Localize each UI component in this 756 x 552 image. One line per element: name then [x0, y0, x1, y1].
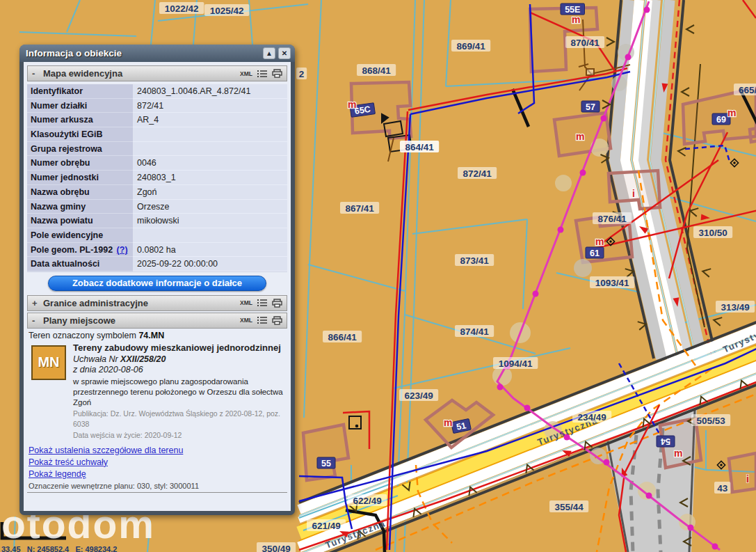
- plan-info: Tereny zabudowy mieszkaniowej jednorodzi…: [73, 342, 287, 441]
- svg-text:1022/42: 1022/42: [165, 3, 199, 14]
- print-icon[interactable]: [272, 299, 282, 308]
- address-badge: 55: [317, 457, 335, 468]
- parcel-label: 866/41: [323, 331, 362, 342]
- attribute-value: [133, 127, 287, 142]
- attribute-label: Numer jednostki: [27, 171, 133, 185]
- svg-text:69: 69: [716, 115, 726, 125]
- section-granice-administracyjne[interactable]: + Granice administracyjne XML: [27, 295, 287, 311]
- minimize-icon[interactable]: ▲: [263, 47, 275, 59]
- parcel-label: 623/49: [399, 389, 438, 401]
- m-marker: m: [576, 131, 584, 142]
- address-badge: 55E: [561, 3, 585, 15]
- list-view-icon[interactable]: [257, 316, 267, 324]
- zone-title: Tereny zabudowy mieszkaniowej jednorodzi…: [73, 342, 287, 353]
- list-view-icon[interactable]: [257, 299, 267, 307]
- plan-internal-note: Oznaczenie wewnętrzne planu: 030, styl: …: [29, 482, 287, 490]
- parcel-label: 874/41: [455, 325, 494, 337]
- attribute-row: Nazwa obrębuZgoń: [27, 185, 287, 200]
- address-badge: 61: [586, 247, 604, 258]
- parcel-label: 1093/41: [590, 276, 634, 288]
- parcel-label: 313/49: [716, 301, 755, 313]
- plan-link[interactable]: Pokaż ustalenia szczegółowe dla terenu: [29, 445, 287, 457]
- parcel-label: 43: [714, 482, 730, 494]
- more-info-button[interactable]: Zobacz dodatkowe informacje o działce: [48, 276, 266, 291]
- xml-export-button[interactable]: XML: [240, 70, 252, 77]
- print-icon[interactable]: [272, 316, 282, 325]
- plan-effective-date: Data wejścia w życie: 2020-09-12: [73, 430, 287, 441]
- attribute-row: Numer działki872/41: [27, 99, 287, 113]
- attribute-label: Data aktualności: [27, 257, 133, 271]
- attribute-label: Numer arkusza: [27, 113, 133, 127]
- object-info-panel: Informacja o obiekcie ▲ ✕ - Mapa ewidenc…: [19, 45, 295, 515]
- collapse-icon[interactable]: -: [32, 315, 43, 326]
- attribute-value: 0.0802 ha: [133, 243, 287, 258]
- attribute-row: Grupa rejestrowa: [27, 142, 287, 157]
- parcel-label: 350/49: [257, 542, 296, 552]
- svg-text:622/49: 622/49: [353, 496, 381, 506]
- svg-text:350/49: 350/49: [262, 544, 290, 552]
- parcel-label: 622/49: [348, 494, 387, 506]
- attribute-value: [133, 228, 287, 243]
- plan-links: Pokaż ustalenia szczegółowe dla terenuPo…: [29, 445, 287, 480]
- collapse-icon[interactable]: -: [32, 68, 43, 79]
- attribute-value: 0046: [133, 156, 287, 171]
- svg-text:313/49: 313/49: [721, 302, 749, 313]
- svg-text:234/49: 234/49: [577, 412, 606, 423]
- panel-titlebar[interactable]: Informacja o obiekcie ▲ ✕: [19, 45, 295, 62]
- attribute-value: 240803_1.0046.AR_4.872/41: [133, 84, 287, 99]
- attribute-row: Pole ewidencyjne: [27, 228, 287, 243]
- plan-link[interactable]: Pokaż treść uchwały: [29, 457, 287, 468]
- section-mapa-ewidencyjna[interactable]: - Mapa ewidencyjna XML: [27, 65, 287, 81]
- attribute-value: [133, 142, 287, 157]
- section-plany-miejscowe[interactable]: - Plany miejscowe XML: [27, 313, 287, 329]
- divider: [27, 492, 287, 493]
- close-icon[interactable]: ✕: [278, 47, 291, 59]
- parcel-label: 867/41: [340, 202, 379, 214]
- expand-icon[interactable]: +: [32, 298, 43, 308]
- plan-link[interactable]: Pokaż legendę: [29, 468, 287, 480]
- svg-text:1093/41: 1093/41: [595, 278, 629, 288]
- attribute-row: Numer jednostki240803_1: [27, 171, 287, 185]
- m-marker: m: [444, 417, 452, 428]
- attribute-label: Numer obrębu: [27, 156, 133, 171]
- svg-text:623/49: 623/49: [404, 391, 433, 401]
- svg-text:621/49: 621/49: [312, 521, 340, 531]
- m-marker: m: [595, 236, 604, 247]
- svg-text:876/41: 876/41: [597, 214, 627, 224]
- svg-text:61: 61: [590, 249, 600, 258]
- i-marker: i: [632, 188, 635, 199]
- plan-intro: Teren oznaczony symbolem 74.MN: [29, 331, 287, 340]
- address-badge: 57: [581, 101, 600, 112]
- svg-text:54: 54: [661, 436, 670, 446]
- svg-text:867/41: 867/41: [345, 203, 374, 214]
- svg-text:665/4: 665/4: [739, 85, 756, 95]
- svg-text:55: 55: [321, 459, 331, 468]
- print-icon[interactable]: [272, 69, 282, 78]
- xml-export-button[interactable]: XML: [240, 317, 252, 324]
- attribute-label: Nazwa gminy: [27, 200, 133, 214]
- svg-text:1025/42: 1025/42: [210, 6, 244, 16]
- panel-body: - Mapa ewidencyjna XML Identyfikator2408…: [24, 62, 291, 511]
- i-marker: i: [746, 473, 749, 484]
- svg-text:2: 2: [299, 69, 305, 79]
- parcel-label: 621/49: [307, 519, 346, 531]
- svg-text:869/41: 869/41: [456, 41, 485, 52]
- parcel-label: 1025/42: [204, 4, 249, 16]
- m-marker: m: [674, 448, 682, 459]
- svg-text:864/41: 864/41: [405, 142, 434, 152]
- plan-symbol: 74.MN: [138, 331, 164, 340]
- attribute-value: Orzesze: [133, 200, 287, 214]
- parcel-label: 876/41: [593, 212, 632, 224]
- parcel-label: 2: [296, 68, 307, 79]
- parcel-label: 665/4: [734, 84, 756, 95]
- xml-export-button[interactable]: XML: [240, 299, 252, 306]
- attribute-label: Klasoużytki EGiB: [27, 127, 133, 142]
- section-title: Plany miejscowe: [43, 315, 240, 326]
- attribute-row: Pole geom. PL-1992 (?)0.0802 ha: [27, 243, 287, 258]
- list-view-icon[interactable]: [257, 70, 267, 78]
- svg-text:870/41: 870/41: [570, 38, 600, 48]
- help-link[interactable]: (?): [117, 245, 128, 255]
- svg-text:868/41: 868/41: [362, 65, 391, 76]
- parcel-label: 234/49: [572, 411, 611, 423]
- attribute-row: Nazwa powiatumikołowski: [27, 214, 287, 228]
